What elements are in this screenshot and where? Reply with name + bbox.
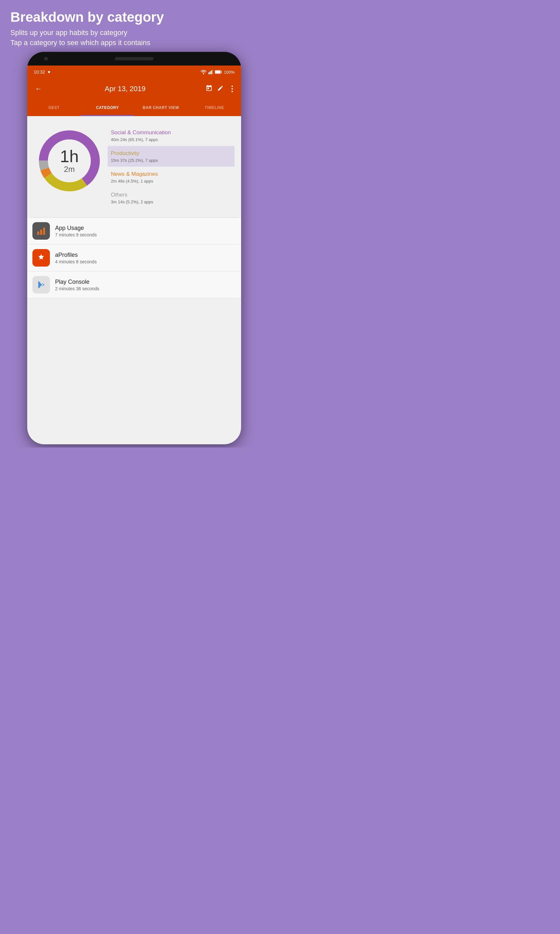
tab-bar-chart[interactable]: BAR CHART VIEW — [134, 99, 188, 116]
legend-social-stats: 40m 24s (65.1%), 7 apps — [111, 137, 231, 142]
app-time-usage: 7 minutes 9 seconds — [55, 232, 236, 237]
legend-productivity[interactable]: Productivity 15m 37s (25.2%), 7 apps — [108, 146, 235, 167]
tab-bar: GEST CATEGORY BAR CHART VIEW TIMELINE — [27, 99, 241, 116]
status-time: 10:32 — [34, 69, 45, 75]
back-button[interactable]: ← — [32, 82, 45, 96]
app-icon-aprofiles — [32, 249, 50, 267]
svg-rect-13 — [37, 231, 39, 235]
legend-others[interactable]: Others 3m 14s (5.2%), 2 apps — [108, 188, 235, 208]
donut-time-sub: 2m — [60, 165, 79, 174]
app-bar: ← Apr 13, 2019 ⋮ — [27, 79, 241, 99]
wifi-icon — [201, 70, 206, 74]
app-info-usage: App Usage 7 minutes 9 seconds — [55, 225, 236, 237]
app-name-aprofiles: aProfiles — [55, 252, 236, 259]
legend-others-name: Others — [111, 191, 231, 199]
svg-rect-15 — [43, 228, 45, 235]
phone-top-bar — [27, 52, 241, 66]
tab-longest[interactable]: GEST — [27, 99, 81, 116]
svg-rect-2 — [210, 71, 211, 74]
app-item-playconsole[interactable]: Play Console 2 minutes 36 seconds — [27, 271, 241, 298]
phone-frame: 10:32 ♥ — [27, 52, 241, 444]
app-info-aprofiles: aProfiles 4 minutes 8 seconds — [55, 252, 236, 264]
edit-button[interactable] — [217, 85, 224, 93]
svg-rect-4 — [212, 70, 213, 74]
page-subtitle-line2: Tap a category to see which apps it cont… — [10, 38, 258, 48]
chart-row: 1h 2m Social & Communication 40m 24s (65… — [32, 121, 236, 212]
page-title: Breakdown by category — [10, 9, 258, 25]
app-bar-actions: ⋮ — [205, 84, 236, 93]
header-text-area: Breakdown by category Splits up your app… — [0, 0, 268, 54]
battery-icon — [215, 70, 222, 74]
content-area: 1h 2m Social & Communication 40m 24s (65… — [27, 116, 241, 217]
donut-chart: 1h 2m — [34, 125, 105, 197]
app-time-aprofiles: 4 minutes 8 seconds — [55, 259, 236, 264]
app-item-usage[interactable]: App Usage 7 minutes 9 seconds — [27, 217, 241, 245]
donut-center: 1h 2m — [60, 148, 79, 174]
page-subtitle-line1: Splits up your app habits by category — [10, 28, 258, 38]
heart-icon: ♥ — [48, 69, 50, 75]
svg-rect-6 — [215, 71, 220, 73]
app-list: App Usage 7 minutes 9 seconds aProfiles … — [27, 217, 241, 298]
signal-icon — [208, 70, 213, 74]
app-name-usage: App Usage — [55, 225, 236, 231]
legend-news[interactable]: News & Magazines 2m 48s (4.5%), 1 apps — [108, 167, 235, 188]
donut-time-big: 1h — [60, 148, 79, 165]
svg-rect-7 — [221, 71, 222, 72]
legend-social-name: Social & Communication — [111, 129, 231, 136]
status-bar: 10:32 ♥ — [27, 66, 241, 79]
legend-productivity-stats: 15m 37s (25.2%), 7 apps — [111, 158, 231, 163]
app-icon-playconsole — [32, 276, 50, 293]
legend-others-stats: 3m 14s (5.2%), 2 apps — [111, 199, 231, 204]
status-left: 10:32 ♥ — [34, 69, 50, 75]
app-bar-date: Apr 13, 2019 — [49, 85, 202, 93]
svg-rect-14 — [40, 230, 42, 235]
tab-timeline[interactable]: TIMELINE — [188, 99, 241, 116]
camera-dot — [44, 57, 48, 61]
legend-area: Social & Communication 40m 24s (65.1%), … — [108, 125, 235, 208]
tab-category[interactable]: CATEGORY — [81, 99, 134, 116]
app-info-playconsole: Play Console 2 minutes 36 seconds — [55, 279, 236, 291]
speaker-grille — [115, 57, 154, 60]
legend-productivity-name: Productivity — [111, 150, 231, 157]
app-time-playconsole: 2 minutes 36 seconds — [55, 286, 236, 291]
svg-rect-1 — [208, 72, 209, 74]
legend-news-name: News & Magazines — [111, 171, 231, 178]
battery-percent: 100% — [224, 70, 235, 75]
calendar-button[interactable] — [205, 85, 212, 93]
page-wrapper: Breakdown by category Splits up your app… — [0, 0, 268, 447]
app-name-playconsole: Play Console — [55, 279, 236, 285]
legend-news-stats: 2m 48s (4.5%), 1 apps — [111, 179, 231, 183]
phone-screen: 10:32 ♥ — [27, 66, 241, 444]
more-button[interactable]: ⋮ — [228, 84, 236, 93]
svg-rect-3 — [211, 70, 212, 74]
svg-marker-16 — [38, 281, 45, 288]
app-icon-usage — [32, 222, 50, 240]
legend-social[interactable]: Social & Communication 40m 24s (65.1%), … — [108, 125, 235, 146]
app-item-aprofiles[interactable]: aProfiles 4 minutes 8 seconds — [27, 245, 241, 271]
status-right: 100% — [201, 70, 235, 75]
svg-point-0 — [203, 73, 204, 74]
